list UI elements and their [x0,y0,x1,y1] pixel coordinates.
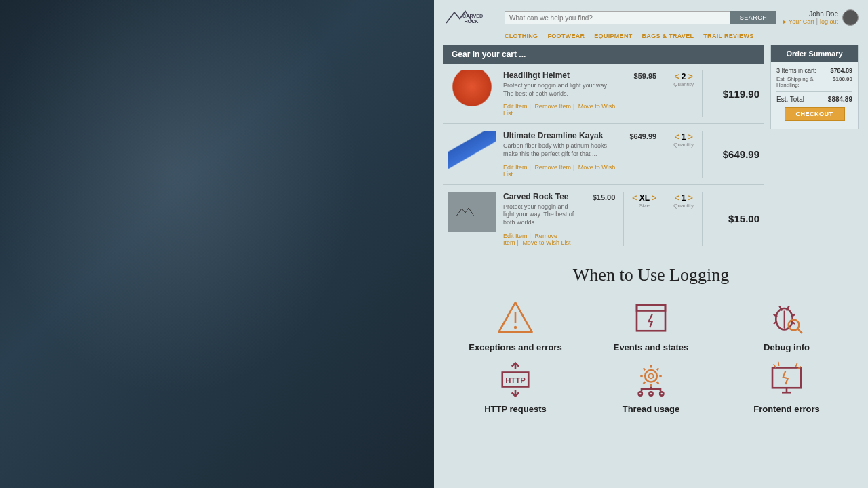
logout-link[interactable]: log out [820,18,838,25]
event-icon [631,298,671,338]
product-thumb[interactable] [448,70,496,111]
product-thumb[interactable] [448,192,496,232]
brand-logo[interactable]: CARVEDROCK [443,5,498,30]
svg-line-29 [778,362,779,366]
qty-increase[interactable]: > [688,72,693,81]
qty-decrease[interactable]: < [674,72,679,81]
http-icon: HTTP [495,359,536,400]
product-desc: Protect your noggin and light your way. … [503,203,576,227]
your-cart-link[interactable]: Your Cart [789,18,814,25]
items-label: 3 Items in cart: [776,67,816,74]
svg-line-9 [798,329,802,333]
unit-price: $59.95 [624,70,656,117]
slide-title: When to Use Logging [454,265,848,285]
cart-item: Carved Rock Tee Protect your noggin and … [443,185,764,253]
product-desc: Protect your noggin and light your way. … [503,82,617,98]
svg-point-3 [514,326,517,329]
edit-item-link[interactable]: Edit Item [503,232,528,239]
hero-photo [0,0,434,488]
summary-heading: Order Summary [771,45,858,62]
svg-point-22 [639,392,642,395]
items-value: $784.89 [830,67,852,74]
total-value: $884.89 [828,96,852,103]
nav-trail[interactable]: TRAIL REVIEWS [703,33,753,39]
nav-clothing[interactable]: CLOTHING [505,33,538,39]
svg-point-24 [660,392,663,395]
size-decrease[interactable]: < [632,193,637,203]
edit-item-link[interactable]: Edit Item [503,164,528,171]
product-title[interactable]: Ultimate Dreamline Kayak [503,131,617,140]
cart-item: Ultimate Dreamline Kayak Carbon fiber bo… [443,124,764,184]
svg-point-12 [645,370,657,382]
line-price: $119.90 [711,88,760,100]
unit-price: $649.99 [624,131,656,177]
svg-line-19 [657,368,659,370]
monitor-error-icon [766,359,807,400]
nav-bags[interactable]: BAGS & TRAVEL [642,33,694,39]
svg-text:ROCK: ROCK [464,18,479,24]
user-name: John Doe [809,10,838,18]
nav-equipment[interactable]: EQUIPMENT [594,33,632,39]
product-title[interactable]: Carved Rock Tee [503,192,576,201]
quantity-stepper[interactable]: < 2 > Quantity [673,72,694,87]
bug-icon [766,298,807,338]
cart-panel: Gear in your cart ... Headlihgt Helmet P… [443,45,764,253]
main-nav: CLOTHING FOOTWEAR EQUIPMENT BAGS & TRAVE… [505,33,859,39]
nav-footwear[interactable]: FOOTWEAR [547,33,585,39]
product-title[interactable]: Headlihgt Helmet [503,70,617,80]
svg-point-13 [649,373,654,378]
svg-rect-5 [637,305,665,311]
unit-price: $15.00 [583,192,615,246]
cart-item: Headlihgt Helmet Protect your noggin and… [443,64,764,124]
cell-http: HTTP HTTP requests [454,359,576,414]
search-button[interactable]: SEARCH [730,11,777,24]
remove-item-link[interactable]: Remove Item [534,103,571,110]
line-price: $649.99 [711,148,760,160]
cell-events: Events and states [590,298,712,352]
checkout-button[interactable]: CHECKOUT [785,107,845,121]
cell-thread: Thread usage [590,359,712,414]
qty-decrease[interactable]: < [674,193,679,203]
qty-increase[interactable]: > [688,132,693,142]
svg-line-18 [644,368,646,370]
svg-line-20 [644,382,646,384]
product-desc: Carbon fiber body with platinum hooks ma… [503,142,617,158]
total-label: Est. Total [776,96,804,103]
svg-line-21 [657,382,659,384]
cart-icon: ▸ [783,18,787,25]
store-panel: CARVEDROCK SEARCH John Doe ▸ Your Cart |… [434,0,868,253]
size-increase[interactable]: > [652,193,656,203]
cell-frontend: Frontend errors [726,359,848,414]
warning-icon [495,298,536,338]
slide-panel: When to Use Logging Exceptions and error… [434,253,868,488]
avatar[interactable] [842,9,859,26]
wishlist-link[interactable]: Move to Wish List [522,239,570,246]
edit-item-link[interactable]: Edit Item [503,103,528,110]
product-thumb[interactable] [448,131,496,171]
order-summary: Order Summary 3 Items in cart:$784.89 Es… [770,45,859,129]
line-price: $15.00 [711,213,760,224]
svg-line-30 [795,363,797,367]
shipping-label: Est. Shipping & Handling: [776,76,833,88]
svg-point-8 [789,319,800,330]
user-block: John Doe ▸ Your Cart | log out [783,9,859,26]
svg-point-23 [649,392,652,395]
remove-item-link[interactable]: Remove Item [534,164,571,171]
qty-decrease[interactable]: < [674,132,679,142]
quantity-stepper[interactable]: < 1 > Quantity [673,132,694,148]
search-input[interactable] [505,11,730,24]
cart-heading: Gear in your cart ... [443,45,764,64]
quantity-stepper[interactable]: < 1 > Quantity [673,193,694,209]
cell-debug: Debug info [726,298,848,352]
shipping-value: $100.00 [833,76,852,88]
qty-increase[interactable]: > [688,193,693,203]
svg-text:HTTP: HTTP [505,376,526,384]
gear-icon [631,359,671,400]
cell-exceptions: Exceptions and errors [454,298,576,352]
size-stepper[interactable]: < XL > Size [632,193,656,209]
